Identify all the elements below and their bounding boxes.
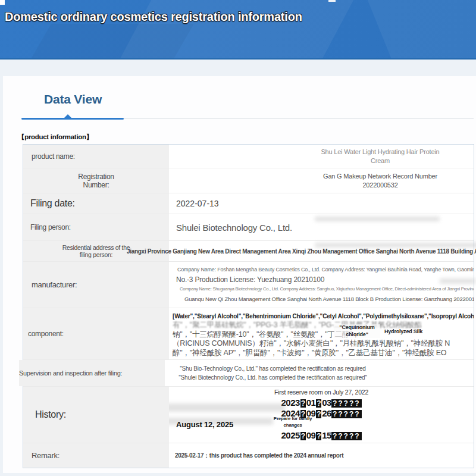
table-row-component: component: [Water","Stearyl Alcohol","Be… [23, 308, 474, 360]
component-overlay-hydrolyzed-silk: Hydrolyzed Silk [384, 328, 422, 334]
registration-value-line1: Gan G Makeup Network Record Number [169, 172, 474, 181]
filing-person-value: Shulei Biotechnology Co., Ltd. [169, 223, 474, 233]
history-date-part: 15 [322, 430, 331, 440]
tab-data-view[interactable]: Data View [44, 92, 102, 107]
remark-value: 2025-02-17：this product has completed th… [169, 452, 474, 460]
tofu-box: ? [316, 399, 321, 408]
row-label: product name: [23, 145, 169, 168]
tab-active-pointer [64, 114, 72, 118]
page-header-banner: Domestic ordinary cosmetics registration… [0, 0, 476, 60]
history-note: Prepare for familychanges [269, 416, 317, 428]
history-date-part: 2025 [281, 430, 299, 440]
table-row-supervision: Supervision and inspection after filing:… [23, 360, 474, 387]
product-information-table: product name: Shu Lei Water Light Hydrat… [23, 144, 474, 468]
history-entry-3: 2024?09?26????? [169, 408, 474, 419]
tofu-box: ? [300, 432, 306, 440]
section-title-product-information: 【product information】 [18, 133, 93, 142]
filing-date-value: 2022-07-13 [169, 199, 474, 208]
row-label-line: filing person: [80, 251, 112, 258]
residential-address-value: Jiangxi Province Ganjiang New Area Direc… [127, 248, 476, 255]
row-label: Filing person: [23, 214, 169, 240]
history-entry-2: 2023?01?03????? [169, 397, 474, 409]
corner-artifact [328, 0, 336, 2]
corner-artifact [0, 0, 5, 5]
history-date-part: 03 [322, 397, 331, 408]
row-label: Filing date: [23, 193, 169, 214]
history-note-line: changes [283, 422, 302, 428]
tofu-box-run: ????? [331, 399, 362, 408]
row-label: History: [23, 387, 169, 443]
history-note-line: Prepare for family [274, 416, 312, 421]
tab-divider-line [124, 118, 474, 119]
tofu-box-run: ????? [331, 432, 362, 440]
banner-decor-shape [20, 24, 194, 60]
supervision-line1: "Shu Bio-Technology Co., Ltd." has compl… [165, 364, 376, 373]
table-row-product-name: product name: Shu Lei Water Light Hydrat… [23, 145, 474, 168]
history-date-part: 2023 [281, 397, 299, 408]
manufacturer-line1: Company Name: Foshan Mengsha Beauty Cosm… [169, 265, 474, 274]
row-label: manufacturer: [23, 262, 169, 308]
row-label-line: Registration [78, 173, 114, 181]
banner-decor-shape [363, 0, 476, 60]
table-row-manufacturer: manufacturer: Company Name: Foshan Mengs… [23, 262, 474, 308]
manufacturer-line3: Company Name: Shuguanya Biotechnology Co… [169, 285, 474, 293]
table-row-filing-person: Filing person: Shulei Biotechnology Co.,… [23, 214, 474, 241]
table-row-remark: Remark: 2025-02-17：this product has comp… [23, 443, 474, 468]
tofu-box: ? [316, 432, 321, 440]
product-name-value-line2: Cream [169, 156, 474, 165]
tofu-box-run: ????? [331, 410, 362, 418]
row-label: component: [23, 308, 169, 359]
tab-active-underline [21, 118, 124, 120]
tofu-box: ? [300, 399, 306, 408]
table-row-filing-date: Filing date: 2022-07-13 [23, 193, 474, 214]
table-row-residential-address: Residential address of the filing person… [23, 241, 474, 262]
product-name-value-line1: Shu Lei Water Light Hydrating Hair Prote… [169, 148, 474, 156]
history-entry-5: 2025?09?15????? [169, 430, 474, 441]
component-line1: [Water","Stearyl Alcohol","Behentrimoniu… [173, 312, 474, 321]
row-label: Registration Number: [23, 168, 169, 193]
history-entry-1: First reserve room on July 27, 2022 [169, 388, 474, 397]
row-label-line: Number: [83, 181, 109, 189]
table-row-registration-number: Registration Number: Gan G Makeup Networ… [23, 168, 474, 193]
component-overlay-cequinonium: "Cequinonium chloride" [334, 324, 380, 338]
manufacturer-line4: Guanqu New Qi Zhou Management Office San… [169, 294, 474, 304]
history-date-part: 09 [306, 430, 316, 440]
component-line5: 醇"，"神经酰胺 AP"，"胆甾醇"，"卡波姆"，"黄原胶"，"乙基己基甘油"，… [173, 349, 474, 358]
supervision-line2: "Shulei Biotechnology Co., Ltd. has comp… [165, 373, 376, 382]
history-date-part: August 12, 2025 [176, 420, 233, 429]
component-line4: （RICINUS COMMUNIS）籽油"，"水解小麦蛋白"，"月桂酰乳酰乳酸钠… [173, 339, 474, 349]
history-date-part: 01 [306, 397, 316, 408]
tofu-box: ? [316, 410, 321, 418]
row-label: Supervision and inspection after filing: [19, 360, 165, 386]
component-line2: 有"，"聚二甲基硅氧烷"，"PPG-3 羊毛脂醚"，"PG-二甲基氨乙基氧化钠铜… [173, 321, 474, 330]
table-row-history: History: First reserve room on July 27, … [23, 387, 474, 443]
registration-value-line2: 2022000532 [169, 181, 474, 190]
history-date-part: 26 [322, 408, 331, 418]
component-line3: 钠"，"十三烷醇聚醚-10"，"谷氨酸"，"丝氨酸"，"丁二醇"， [173, 330, 474, 340]
manufacturer-line2: No.-3 Production License: Yuezhuang 2021… [169, 274, 474, 285]
row-label: Remark: [23, 443, 169, 468]
page-title: Domestic ordinary cosmetics registration… [5, 10, 302, 24]
history-entry-4: August 12, 2025 Prepare for familychange… [169, 419, 474, 430]
row-label-line: Residential address of the [62, 244, 130, 251]
